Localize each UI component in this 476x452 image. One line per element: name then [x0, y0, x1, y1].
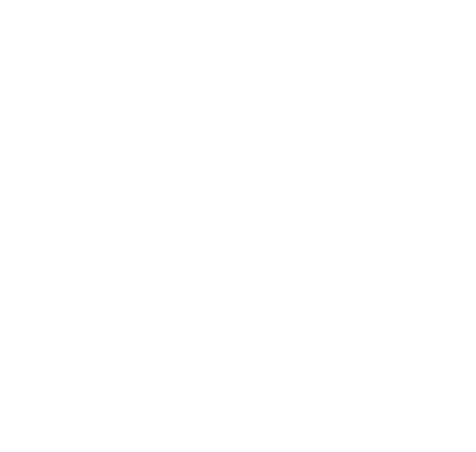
org-chart	[0, 0, 472, 444]
